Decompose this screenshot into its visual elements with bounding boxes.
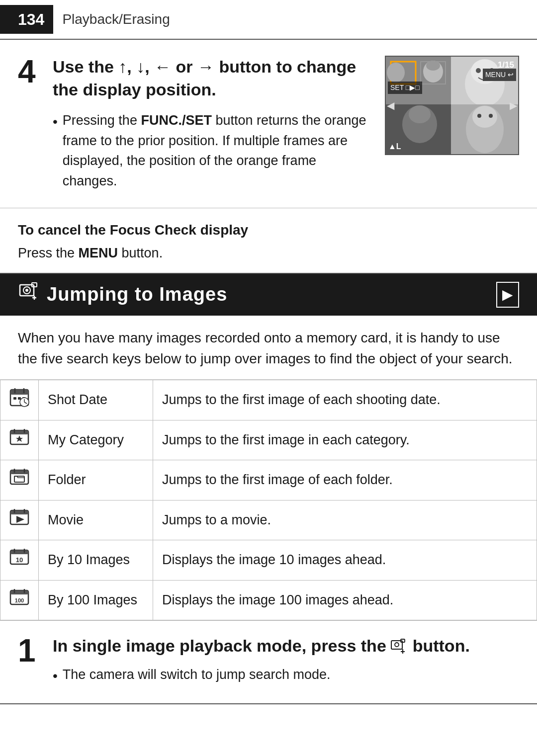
svg-point-16 bbox=[472, 106, 497, 128]
table-row: Folder Jumps to the first image of each … bbox=[0, 460, 537, 501]
section-4-body: • Pressing the FUNC./SET button returns … bbox=[53, 110, 371, 191]
camera-screen: 1/15 MENU ↩ SET □▶□ ▲L ▶ ◀ bbox=[386, 57, 518, 154]
section-4-title: Use the ↑, ↓, ← or → button to change th… bbox=[53, 56, 371, 101]
svg-rect-30 bbox=[13, 397, 16, 400]
jumping-title-group: Jumping to Images bbox=[18, 281, 227, 309]
page-number: 134 bbox=[0, 5, 53, 34]
table-desc-movie: Jumps to a movie. bbox=[153, 500, 537, 540]
table-name-by-10: By 10 Images bbox=[39, 540, 153, 581]
playback-triangle: ▶ bbox=[502, 285, 513, 305]
table-desc-by-100: Displays the image 100 images ahead. bbox=[153, 580, 537, 620]
table-name-shot-date: Shot Date bbox=[39, 380, 153, 420]
svg-rect-31 bbox=[18, 397, 21, 400]
table-icon-cell-by-100: 100 bbox=[0, 580, 39, 620]
svg-point-17 bbox=[477, 114, 481, 118]
table-icon-cell-by-10: 10 bbox=[0, 540, 39, 581]
cancel-title: To cancel the Focus Check display bbox=[18, 220, 519, 241]
table-icon-cell-movie bbox=[0, 500, 39, 540]
svg-point-9 bbox=[476, 68, 481, 73]
section-1-content: In single image playback mode, press the… bbox=[53, 635, 519, 689]
table-row: Movie Jumps to a movie. bbox=[0, 500, 537, 540]
section-4-content: Use the ↑, ↓, ← or → button to change th… bbox=[53, 56, 371, 194]
section-1: 1 In single image playback mode, press t… bbox=[0, 620, 537, 704]
table-name-movie: Movie bbox=[39, 500, 153, 540]
table-icon-cell-folder bbox=[0, 460, 39, 501]
table-icon-cell-my-category bbox=[0, 420, 39, 460]
section-4: 4 Use the ↑, ↓, ← or → button to change … bbox=[0, 40, 537, 208]
svg-rect-27 bbox=[10, 390, 28, 395]
table-name-by-100: By 100 Images bbox=[39, 580, 153, 620]
svg-point-5 bbox=[387, 63, 405, 83]
section-1-number: 1 bbox=[0, 635, 39, 689]
svg-rect-19 bbox=[18, 281, 39, 302]
table-icon-cell-shot-date bbox=[0, 380, 39, 420]
svg-point-22 bbox=[25, 289, 28, 292]
svg-text:10: 10 bbox=[16, 556, 23, 564]
jumping-section-icon bbox=[18, 281, 39, 309]
section-4-number: 4 bbox=[0, 56, 39, 194]
cancel-section: To cancel the Focus Check display Press … bbox=[0, 208, 537, 274]
table-name-folder: Folder bbox=[39, 460, 153, 501]
bullet-dot: • bbox=[53, 111, 58, 132]
svg-point-18 bbox=[489, 114, 493, 118]
cam-arrow-right-indicator: ▶ bbox=[510, 98, 517, 113]
svg-rect-57 bbox=[10, 590, 28, 594]
svg-rect-45 bbox=[14, 476, 24, 482]
cam-photo-bottom-right bbox=[451, 104, 518, 154]
section-4-bullet-text: Pressing the FUNC./SET button returns th… bbox=[63, 110, 371, 191]
cam-arrow-left-indicator: ◀ bbox=[387, 98, 394, 113]
svg-marker-50 bbox=[16, 516, 24, 523]
table-row: 10 By 10 Images Displays the image 10 im… bbox=[0, 540, 537, 581]
table-row: 100 By 100 Images Displays the image 100… bbox=[0, 580, 537, 620]
svg-rect-52 bbox=[10, 550, 28, 554]
page-subtitle: Playback/Erasing bbox=[62, 9, 170, 30]
svg-point-4 bbox=[426, 61, 440, 71]
bullet-dot-2: • bbox=[53, 666, 58, 686]
table-desc-by-10: Displays the image 10 images ahead. bbox=[153, 540, 537, 581]
cam-menu: MENU ↩ bbox=[483, 69, 516, 81]
table-desc-folder: Jumps to the first image of each folder. bbox=[153, 460, 537, 501]
svg-rect-37 bbox=[10, 430, 28, 434]
camera-screen-image: 1/15 MENU ↩ SET □▶□ ▲L ▶ ◀ bbox=[385, 56, 519, 155]
jumping-title: Jumping to Images bbox=[47, 281, 227, 308]
svg-marker-40 bbox=[16, 435, 23, 442]
jumping-header: Jumping to Images ▶ bbox=[0, 274, 537, 316]
section-1-title: In single image playback mode, press the… bbox=[53, 635, 519, 658]
cam-set: SET □▶□ bbox=[388, 82, 422, 93]
cam-bottom: ▲L bbox=[388, 141, 401, 152]
table-name-my-category: My Category bbox=[39, 420, 153, 460]
section-1-body: • The camera will switch to jump search … bbox=[53, 665, 519, 686]
table-desc-my-category: Jumps to the first image in each categor… bbox=[153, 420, 537, 460]
jump-table: Shot Date Jumps to the first image of ea… bbox=[0, 380, 537, 620]
svg-rect-47 bbox=[10, 510, 28, 514]
page-wrapper: 134 Playback/Erasing 4 Use the ↑, ↓, ← o… bbox=[0, 0, 537, 756]
table-row: Shot Date Jumps to the first image of ea… bbox=[0, 380, 537, 420]
page-header: 134 Playback/Erasing bbox=[0, 0, 537, 40]
svg-text:100: 100 bbox=[15, 597, 24, 603]
svg-point-62 bbox=[395, 643, 399, 647]
table-desc-shot-date: Jumps to the first image of each shootin… bbox=[153, 380, 537, 420]
svg-rect-42 bbox=[10, 470, 28, 474]
svg-point-13 bbox=[409, 105, 431, 123]
section-1-bullet-text: The camera will switch to jump search mo… bbox=[63, 665, 331, 685]
playback-icon: ▶ bbox=[496, 282, 519, 308]
table-row: My Category Jumps to the first image in … bbox=[0, 420, 537, 460]
jumping-intro: When you have many images recorded onto … bbox=[0, 316, 537, 380]
cancel-body: Press the MENU button. bbox=[18, 244, 519, 263]
